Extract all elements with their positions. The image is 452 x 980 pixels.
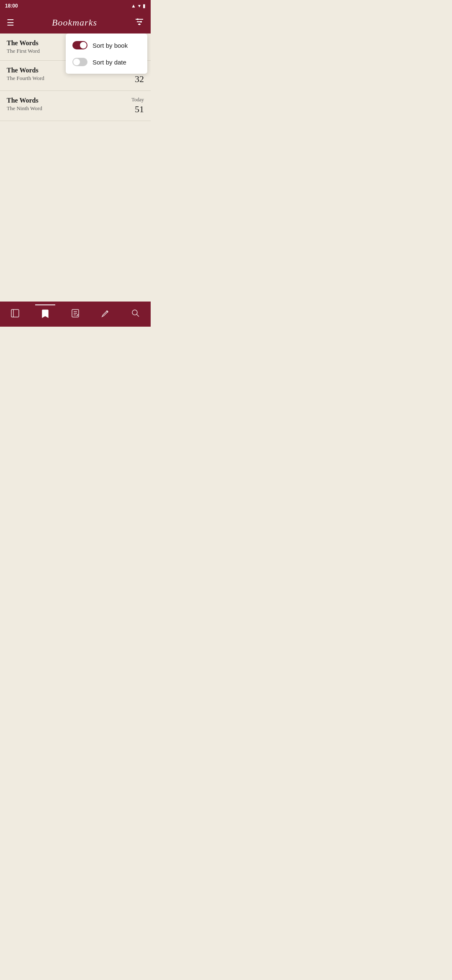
bookmark-page-3: 51	[131, 104, 144, 115]
bookmark-date-3: Today	[131, 97, 144, 103]
sort-by-book-label: Sort by book	[92, 42, 128, 49]
bookmark-item-3[interactable]: The Words The Ninth Word Today 51	[0, 91, 151, 121]
svg-line-14	[137, 315, 139, 317]
sort-by-date-label: Sort by date	[92, 59, 126, 66]
status-time: 18:00	[5, 3, 18, 9]
svg-point-4	[140, 21, 142, 23]
filter-icon[interactable]	[135, 17, 144, 28]
notes-icon	[70, 308, 80, 320]
svg-point-5	[139, 23, 140, 25]
book-title-3: The Words	[7, 97, 42, 104]
nav-item-highlights[interactable]	[95, 305, 116, 323]
content-area: The Words The First Word The Words The F…	[0, 34, 151, 302]
book-title-1: The Words	[7, 39, 40, 47]
sort-dropdown: Sort by book Sort by date	[66, 34, 147, 74]
battery-icon: ▮	[143, 3, 146, 9]
menu-icon[interactable]: ☰	[7, 18, 14, 28]
sort-by-book-item[interactable]: Sort by book	[66, 37, 147, 54]
sort-by-date-item[interactable]: Sort by date	[66, 54, 147, 70]
bookmark-word-2: The Fourth Word	[7, 75, 44, 82]
wifi-icon: ▾	[138, 3, 141, 9]
status-bar: 18:00 ▲ ▾ ▮	[0, 0, 151, 12]
sort-by-book-toggle[interactable]	[72, 41, 87, 49]
nav-item-notes[interactable]	[65, 305, 85, 323]
toggle-knob-date	[73, 59, 80, 65]
signal-icon: ▲	[131, 3, 136, 9]
bookmark-page-2: 32	[131, 74, 144, 85]
bottom-nav	[0, 302, 151, 327]
search-icon	[131, 308, 141, 320]
nav-item-book[interactable]	[5, 305, 25, 323]
status-icons: ▲ ▾ ▮	[131, 3, 146, 9]
bookmark-word-3: The Ninth Word	[7, 105, 42, 112]
book-title-2: The Words	[7, 67, 44, 74]
svg-point-3	[137, 18, 139, 20]
svg-point-13	[132, 310, 137, 315]
sort-by-date-toggle[interactable]	[72, 58, 87, 66]
bookmark-word-1: The First Word	[7, 48, 40, 54]
nav-item-search[interactable]	[126, 305, 146, 323]
svg-rect-6	[11, 309, 19, 317]
highlights-icon	[100, 308, 110, 320]
page-title: Bookmarks	[52, 17, 97, 28]
toggle-knob-book	[80, 42, 87, 49]
nav-item-bookmarks[interactable]	[35, 304, 55, 324]
header: ☰ Bookmarks	[0, 12, 151, 34]
book-icon	[10, 308, 20, 320]
bookmarks-icon	[40, 309, 50, 320]
